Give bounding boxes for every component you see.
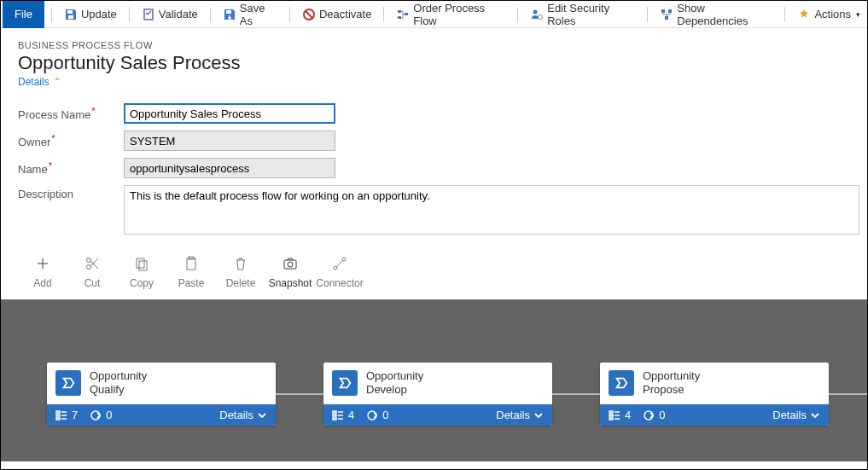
editor-toolbar: Add Cut Copy Paste Delete Snapshot Conne… [1,250,867,299]
separator [784,7,785,22]
branches-count: 0 [366,409,388,421]
svg-rect-24 [56,411,60,413]
connector-line [829,393,867,395]
svg-point-14 [87,265,91,270]
connector-line [276,393,323,395]
chevron-up-icon: ⌃ [53,76,61,88]
deactivate-button[interactable]: Deactivate [297,6,376,23]
scissors-icon [84,255,101,272]
snapshot-tool[interactable]: Snapshot [265,255,315,289]
page-title: Opportunity Sales Process [18,52,850,74]
save-as-button[interactable]: Save As [218,0,283,29]
steps-count: 7 [55,409,78,421]
steps-count: 4 [332,409,354,421]
actions-menu[interactable]: Actions ▾ [792,6,865,23]
connector-icon [331,255,348,272]
show-dependencies-button[interactable]: Show Dependencies [655,0,778,29]
stage-name: OpportunityPropose [643,369,700,396]
svg-rect-6 [398,10,401,13]
order-flow-icon [396,8,410,21]
svg-point-15 [87,258,91,263]
process-name-input[interactable] [124,103,335,124]
stage-row: OpportunityQualify 7 0 Details Opportuni… [1,363,867,426]
steps-count: 4 [609,409,631,421]
stage-card[interactable]: OpportunityPropose 4 0 Details [600,363,829,426]
owner-label: Owner* [18,131,124,148]
svg-rect-18 [187,258,195,270]
validate-icon [142,8,155,21]
stage-card[interactable]: OpportunityQualify 7 0 Details [47,363,276,426]
separator [129,7,130,22]
separator [289,7,290,22]
camera-icon [282,255,299,272]
svg-rect-12 [668,9,672,13]
cut-tool[interactable]: Cut [67,255,117,289]
svg-rect-36 [609,411,613,413]
separator [647,7,648,22]
edit-security-roles-button[interactable]: Edit Security Roles [525,0,640,29]
svg-rect-1 [68,15,73,19]
svg-point-9 [533,9,538,14]
svg-rect-30 [333,411,336,413]
svg-rect-3 [226,10,231,14]
stage-details-button[interactable]: Details [496,409,544,421]
branches-count: 0 [643,409,665,421]
paste-tool[interactable]: Paste [166,255,216,289]
svg-rect-38 [609,418,613,420]
svg-point-21 [288,262,293,267]
svg-rect-31 [333,415,336,416]
svg-rect-32 [333,418,336,420]
stage-name: OpportunityDevelop [366,369,423,396]
main-toolbar: File Update Validate Save As Deactivate … [1,1,867,28]
security-roles-icon [530,8,544,21]
dependencies-icon [660,8,673,21]
stage-icon [609,370,634,396]
stage-icon [332,370,358,396]
svg-rect-13 [665,16,668,20]
file-menu[interactable]: File [3,1,44,28]
trash-icon [232,255,249,272]
name-input[interactable] [124,158,335,178]
order-process-flow-button[interactable]: Order Process Flow [391,0,510,29]
validate-button[interactable]: Validate [137,6,203,23]
svg-rect-26 [56,418,60,420]
connector-line [552,393,600,395]
description-textarea[interactable] [124,185,859,235]
owner-input[interactable] [124,131,335,151]
dropdown-icon: ▾ [856,10,860,19]
stage-details-button[interactable]: Details [772,409,820,421]
stage-name: OpportunityQualify [90,369,147,396]
chevron-down-icon [533,410,544,421]
copy-icon [133,255,150,272]
save-as-icon [223,8,236,21]
separator [517,7,518,22]
chevron-down-icon [257,410,267,421]
plus-icon [34,255,51,272]
delete-tool[interactable]: Delete [216,255,265,289]
details-expander[interactable]: Details ⌃ [18,76,61,88]
stage-card[interactable]: OpportunityDevelop 4 0 Details [323,363,552,426]
design-canvas[interactable]: OpportunityQualify 7 0 Details Opportuni… [1,299,867,461]
header: BUSINESS PROCESS FLOW Opportunity Sales … [1,28,867,93]
process-name-label: Process Name* [18,103,124,121]
separator [383,7,384,22]
separator [210,7,211,22]
svg-rect-37 [609,415,613,416]
svg-rect-7 [398,16,401,19]
save-icon [64,8,78,21]
svg-line-5 [306,11,312,18]
description-label: Description [18,185,124,200]
svg-rect-0 [67,10,73,14]
svg-rect-8 [405,13,408,15]
separator [51,7,52,22]
paste-icon [183,255,200,272]
connector-tool[interactable]: Connector [315,255,364,289]
stage-details-button[interactable]: Details [219,409,267,421]
svg-rect-16 [137,258,144,268]
form-area: Process Name* Owner* Name* Description P… [1,93,867,250]
copy-tool[interactable]: Copy [117,255,166,289]
add-tool[interactable]: Add [18,255,67,289]
update-button[interactable]: Update [59,6,122,23]
svg-point-10 [539,15,543,19]
actions-icon [797,8,811,21]
